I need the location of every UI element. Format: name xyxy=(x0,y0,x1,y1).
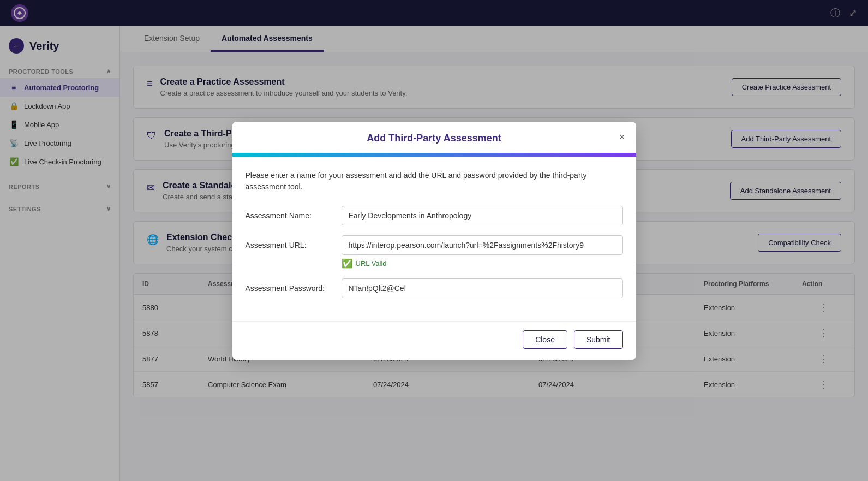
url-valid-indicator: ✅ URL Valid xyxy=(342,258,623,269)
url-valid-text: URL Valid xyxy=(356,259,387,268)
url-valid-icon: ✅ xyxy=(342,258,352,269)
modal-overlay[interactable]: Add Third-Party Assessment × Please ente… xyxy=(0,0,868,481)
modal-close-action-button[interactable]: Close xyxy=(523,330,567,349)
modal-body: Please enter a name for your assessment … xyxy=(232,157,636,321)
modal-title: Add Third-Party Assessment xyxy=(367,133,501,144)
assessment-name-input[interactable] xyxy=(342,206,623,225)
modal-submit-button[interactable]: Submit xyxy=(574,330,623,349)
modal-description: Please enter a name for your assessment … xyxy=(246,170,623,193)
modal-close-button[interactable]: × xyxy=(619,132,625,143)
assessment-url-input[interactable] xyxy=(342,235,623,255)
assessment-password-row: Assessment Password: xyxy=(246,278,623,298)
assessment-url-label: Assessment URL: xyxy=(246,235,333,250)
assessment-name-label: Assessment Name: xyxy=(246,206,333,220)
modal-header: Add Third-Party Assessment × xyxy=(232,122,636,155)
assessment-url-row: Assessment URL: ✅ URL Valid xyxy=(246,235,623,269)
assessment-password-input[interactable] xyxy=(342,278,623,298)
assessment-name-row: Assessment Name: xyxy=(246,206,623,225)
modal-footer: Close Submit xyxy=(232,321,636,360)
add-third-party-modal: Add Third-Party Assessment × Please ente… xyxy=(232,122,636,360)
assessment-password-label: Assessment Password: xyxy=(246,278,333,293)
